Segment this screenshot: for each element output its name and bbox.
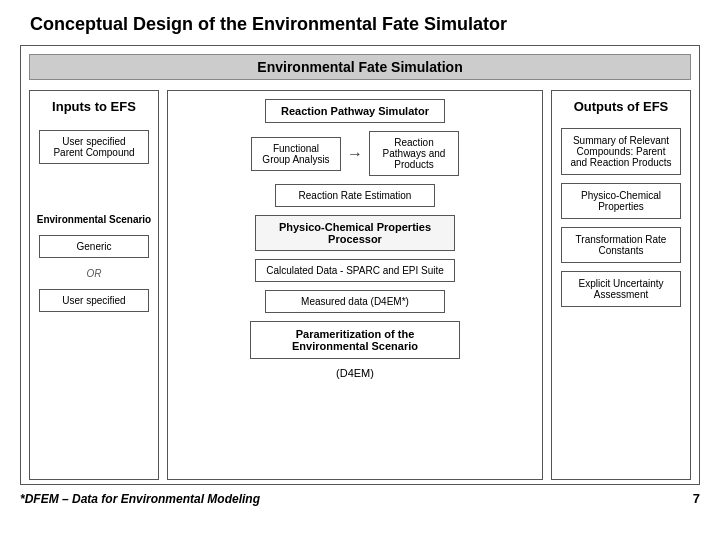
env-fate-title: Environmental Fate Simulation (29, 54, 691, 80)
reaction-pathways-box: Reaction Pathways and Products (369, 131, 459, 176)
reaction-rate-box: Reaction Rate Estimation (275, 184, 435, 207)
transformation-rate-box: Transformation Rate Constants (561, 227, 681, 263)
footer-note: *DFEM – Data for Environmental Modeling (20, 492, 260, 506)
d4em-text: (D4EM) (336, 367, 374, 379)
middle-column: Reaction Pathway Simulator Functional Gr… (167, 90, 543, 480)
right-column: Outputs of EFS Summary of Relevant Compo… (551, 90, 691, 480)
page-number: 7 (693, 491, 700, 506)
user-specified-parent-compound-box: User specified Parent Compound (39, 130, 149, 164)
arrow-icon: → (347, 145, 363, 163)
environmental-scenario-label: Environmental Scenario (37, 214, 151, 225)
page-title: Conceptual Design of the Environmental F… (0, 0, 720, 45)
or-text: OR (87, 268, 102, 279)
main-container: Environmental Fate Simulation Inputs to … (20, 45, 700, 485)
inputs-to-efs-title: Inputs to EFS (52, 99, 136, 114)
physico-chemical-title: Physico-Chemical Properties Processor (255, 215, 455, 251)
measured-data-box: Measured data (D4EM*) (265, 290, 445, 313)
flow-row: Functional Group Analysis → Reaction Pat… (174, 131, 536, 176)
param-box: Parameritization of the Environmental Sc… (250, 321, 460, 359)
left-column: Inputs to EFS User specified Parent Comp… (29, 90, 159, 480)
calculated-data-box: Calculated Data - SPARC and EPI Suite (255, 259, 455, 282)
functional-group-box: Functional Group Analysis (251, 137, 341, 171)
user-specified-box: User specified (39, 289, 149, 312)
generic-box: Generic (39, 235, 149, 258)
uncertainty-assessment-box: Explicit Uncertainty Assessment (561, 271, 681, 307)
reaction-pathway-title: Reaction Pathway Simulator (265, 99, 445, 123)
outputs-efs-title: Outputs of EFS (574, 99, 669, 114)
physico-properties-box: Physico-Chemical Properties (561, 183, 681, 219)
summary-compounds-box: Summary of Relevant Compounds: Parent an… (561, 128, 681, 175)
